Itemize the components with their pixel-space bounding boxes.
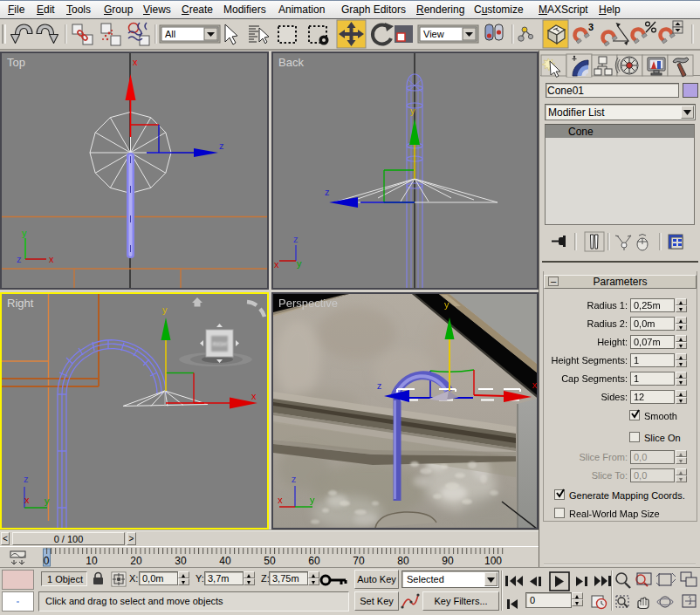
svg-text:z: z [219, 140, 224, 151]
svg-text:z: z [292, 474, 297, 484]
svg-text:y: y [162, 304, 168, 315]
svg-text:x: x [24, 495, 30, 505]
svg-text:x: x [133, 57, 138, 67]
svg-text:z: z [24, 474, 29, 484]
svg-text:y: y [45, 495, 50, 506]
svg-text:x: x [532, 379, 537, 390]
svg-text:RIGHT: RIGHT [213, 341, 230, 347]
svg-text:y: y [310, 495, 315, 505]
svg-text:y: y [410, 106, 415, 116]
svg-text:x: x [49, 254, 54, 264]
svg-text:All: All [165, 29, 175, 39]
svg-text:y: y [297, 258, 302, 269]
svg-text:z: z [377, 380, 382, 391]
svg-text:x: x [274, 259, 279, 270]
svg-text:z: z [293, 234, 299, 244]
svg-text:View: View [423, 29, 444, 39]
svg-text:3: 3 [588, 22, 594, 32]
svg-text:z: z [17, 254, 22, 264]
svg-text:y: y [444, 299, 450, 310]
svg-text:x: x [278, 495, 283, 505]
svg-text:z: z [325, 187, 330, 197]
svg-text:x: x [251, 391, 257, 401]
svg-text:y: y [22, 228, 27, 238]
